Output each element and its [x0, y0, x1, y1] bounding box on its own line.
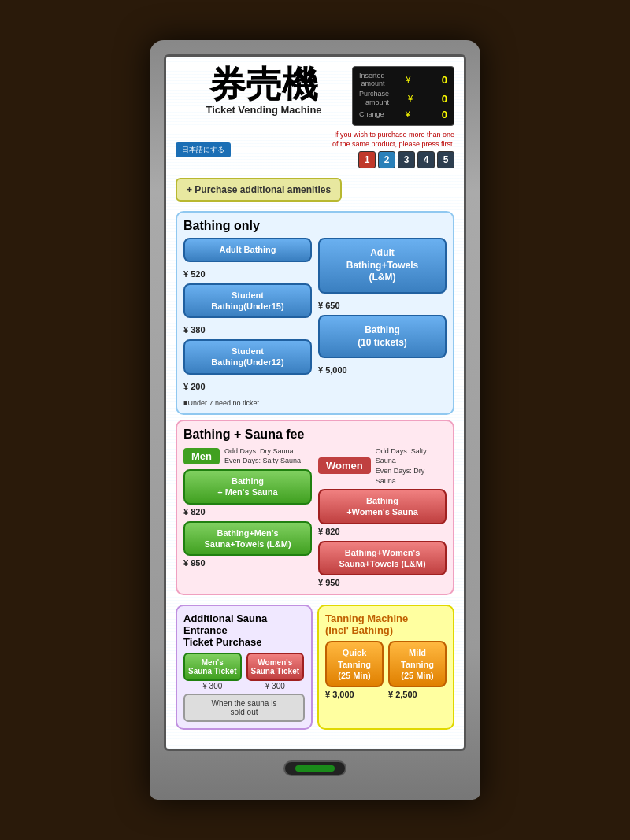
bathing-only-section: Bathing only Adult Bathing ¥ 520 Student… [176, 211, 454, 414]
quick-tanning-btn[interactable]: QuickTanning(25 Min) [325, 641, 384, 687]
men-bathing-sauna-btn[interactable]: Bathing+ Men's Sauna [183, 469, 312, 505]
men-towels-label: Bathing+Men'sSauna+Towels (L&M) [191, 527, 304, 550]
additional-sauna-title: Additional SaunaEntranceTicket Purchase [183, 612, 305, 648]
subtitle: Ticket Vending Machine [176, 104, 352, 116]
under7-note: ■Under 7 need no ticket [183, 399, 312, 407]
mens-ticket-col: Men'sSauna Ticket ¥ 300 [183, 653, 242, 690]
qty-btn-5[interactable]: 5 [437, 151, 454, 168]
men-bathing-sauna-label: Bathing+ Men's Sauna [191, 476, 304, 498]
bathing-only-title: Bathing only [183, 219, 447, 233]
screen: 券売機 Ticket Vending Machine Insertedamoun… [164, 54, 466, 752]
qty-section: 日本語にする If you wish to purchase more than… [176, 131, 454, 168]
mild-tanning-price: ¥ 2,500 [388, 690, 447, 699]
mens-ticket-price: ¥ 300 [183, 682, 242, 690]
bathing-only-grid: Adult Bathing ¥ 520 StudentBathing(Under… [183, 238, 447, 406]
change-row: Change ¥ 0 [359, 109, 447, 120]
sauna-section-title: Bathing + Sauna fee [183, 427, 447, 442]
student12-label: StudentBathing(Under12) [191, 346, 304, 368]
women-tag: Women [318, 457, 371, 474]
change-value: 0 [432, 109, 447, 120]
women-bathing-sauna-label: Bathing+Women's Sauna [326, 495, 439, 518]
purchase-label: Purchaseamount [359, 90, 389, 107]
womens-ticket-col: Women'sSauna Ticket ¥ 300 [246, 653, 305, 690]
japanese-btn[interactable]: 日本語にする [176, 142, 231, 157]
purchase-value: 0 [432, 93, 447, 105]
tanning-grid: QuickTanning(25 Min) ¥ 3,000 MildTanning… [325, 641, 447, 699]
ten-tickets-btn[interactable]: Bathing(10 tickets) [318, 315, 447, 358]
machine-bottom [164, 760, 466, 776]
change-label: Change [359, 110, 384, 119]
money-display: Insertedamount ¥ 0 Purchaseamount ¥ 0 Ch… [352, 66, 454, 126]
men-col: Men Odd Days: Dry Sauna Even Days: Salty… [183, 446, 312, 588]
men-towels-btn[interactable]: Bathing+Men'sSauna+Towels (L&M) [183, 521, 312, 557]
coin-slot [284, 760, 346, 776]
student15-label: StudentBathing(Under15) [191, 290, 304, 313]
qty-btn-2[interactable]: 2 [378, 151, 395, 168]
coin-slot-inner [295, 765, 335, 772]
sauna-grid: Men Odd Days: Dry Sauna Even Days: Salty… [183, 446, 447, 588]
student15-price: ¥ 380 [183, 325, 312, 335]
men-towels-price: ¥ 950 [183, 558, 312, 568]
ten-tickets-price: ¥ 5,000 [318, 365, 447, 375]
womens-sauna-ticket-btn[interactable]: Women'sSauna Ticket [246, 653, 305, 681]
qty-btn-1[interactable]: 1 [358, 151, 376, 168]
men-sauna-note: Odd Days: Dry Sauna Even Days: Salty Sau… [224, 446, 301, 466]
bathing-right-col: AdultBathing+Towels(L&M) ¥ 650 Bathing(1… [318, 238, 447, 406]
sauna-tickets-row: Men'sSauna Ticket ¥ 300 Women'sSauna Tic… [183, 653, 305, 690]
quick-tanning-price: ¥ 3,000 [325, 690, 384, 699]
ten-tickets-label: Bathing(10 tickets) [326, 324, 439, 349]
adult-bathing-price: ¥ 520 [183, 269, 312, 279]
adult-bathing-btn[interactable]: Adult Bathing [183, 238, 312, 261]
change-yen: ¥ [406, 109, 410, 119]
women-towels-label: Bathing+Women'sSauna+Towels (L&M) [326, 547, 439, 570]
quick-tanning-col: QuickTanning(25 Min) ¥ 3,000 [325, 641, 384, 699]
mild-tanning-col: MildTanning(25 Min) ¥ 2,500 [388, 641, 447, 699]
amenities-button[interactable]: + Purchase additional amenities [176, 178, 342, 202]
sold-out-notice: When the sauna issold out [183, 694, 305, 722]
qty-area: If you wish to purchase more than one of… [328, 131, 454, 168]
men-tag: Men [183, 448, 220, 464]
inserted-row: Insertedamount ¥ 0 [359, 72, 447, 89]
qty-buttons: 1 2 3 4 5 [328, 151, 454, 168]
adult-towels-label: AdultBathing+Towels(L&M) [326, 247, 439, 284]
ticket-machine: 券売機 Ticket Vending Machine Insertedamoun… [150, 40, 480, 801]
inserted-yen: ¥ [406, 75, 410, 84]
tanning-title: Tanning Machine(Incl' Bathing) [325, 612, 447, 636]
kanji-title: 券売機 [176, 66, 352, 102]
women-towels-price: ¥ 950 [318, 578, 447, 587]
men-bathing-sauna-price: ¥ 820 [183, 507, 312, 516]
women-bathing-sauna-btn[interactable]: Bathing+Women's Sauna [318, 489, 447, 524]
student12-price: ¥ 200 [183, 382, 312, 391]
inserted-label: Insertedamount [359, 72, 385, 89]
mild-tanning-btn[interactable]: MildTanning(25 Min) [388, 641, 447, 687]
women-header: Women Odd Days: Salty Sauna Even Days: D… [318, 446, 447, 486]
women-sauna-note: Odd Days: Salty Sauna Even Days: Dry Sau… [376, 446, 447, 486]
adult-bathing-label: Adult Bathing [191, 244, 304, 255]
tanning-section: Tanning Machine(Incl' Bathing) QuickTann… [317, 605, 454, 730]
sauna-section: Bathing + Sauna fee Men Odd Days: Dry Sa… [176, 420, 454, 596]
mens-sauna-ticket-btn[interactable]: Men'sSauna Ticket [183, 653, 242, 681]
header: 券売機 Ticket Vending Machine Insertedamoun… [176, 66, 454, 126]
women-col: Women Odd Days: Salty Sauna Even Days: D… [318, 446, 447, 588]
qty-btn-4[interactable]: 4 [417, 151, 435, 168]
men-header: Men Odd Days: Dry Sauna Even Days: Salty… [183, 446, 312, 466]
bathing-left-col: Adult Bathing ¥ 520 StudentBathing(Under… [183, 238, 312, 406]
mild-tanning-label: MildTanning(25 Min) [396, 647, 439, 681]
adult-towels-btn[interactable]: AdultBathing+Towels(L&M) [318, 238, 447, 294]
adult-towels-price: ¥ 650 [318, 301, 447, 310]
bottom-grid: Additional SaunaEntranceTicket Purchase … [176, 600, 454, 735]
purchase-row: Purchaseamount ¥ 0 [359, 90, 447, 107]
additional-sauna-section: Additional SaunaEntranceTicket Purchase … [176, 605, 313, 730]
qty-btn-3[interactable]: 3 [398, 151, 415, 168]
inserted-value: 0 [432, 74, 447, 86]
qty-instruction: If you wish to purchase more than one of… [328, 131, 454, 149]
quick-tanning-label: QuickTanning(25 Min) [333, 647, 376, 681]
women-bathing-sauna-price: ¥ 820 [318, 527, 447, 536]
womens-ticket-price: ¥ 300 [246, 682, 305, 690]
title-block: 券売機 Ticket Vending Machine [176, 66, 352, 116]
women-towels-btn[interactable]: Bathing+Women'sSauna+Towels (L&M) [318, 541, 447, 576]
purchase-yen: ¥ [408, 94, 413, 103]
student12-btn[interactable]: StudentBathing(Under12) [183, 339, 312, 375]
student15-btn[interactable]: StudentBathing(Under15) [183, 283, 312, 319]
